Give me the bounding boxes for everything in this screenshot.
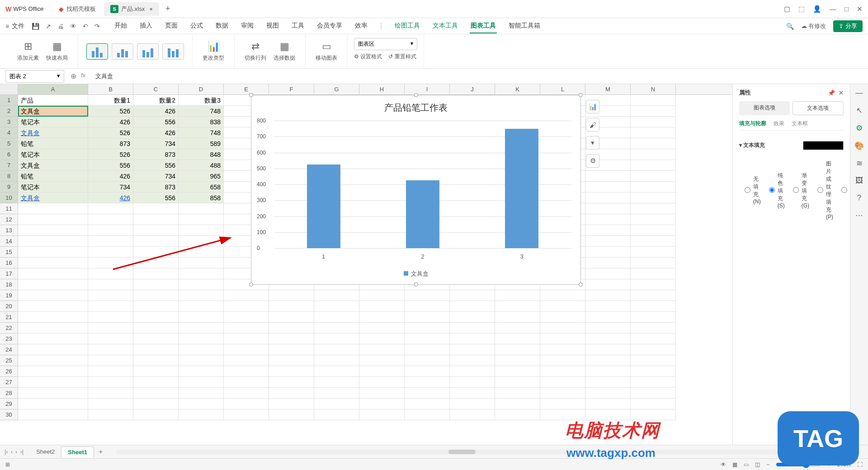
cell[interactable]	[88, 312, 133, 323]
col-header[interactable]: L	[540, 84, 585, 94]
cell[interactable]	[585, 214, 631, 225]
cell[interactable]	[631, 95, 676, 106]
cell[interactable]	[631, 258, 676, 268]
cell[interactable]	[88, 334, 133, 344]
move-chart-button[interactable]: ▭移动图表	[312, 39, 341, 64]
cell[interactable]: 数量1	[88, 95, 133, 106]
row-header[interactable]: 9	[0, 182, 18, 193]
chart-bar[interactable]	[505, 129, 538, 248]
cell[interactable]	[495, 290, 540, 301]
cell[interactable]	[585, 225, 631, 236]
sheet-last-icon[interactable]: ›|	[20, 448, 24, 455]
avatar-icon[interactable]: 👤	[813, 5, 821, 13]
row-header[interactable]: 20	[0, 301, 18, 312]
cell[interactable]	[133, 290, 179, 301]
cell[interactable]: 734	[133, 171, 179, 182]
fullscreen-icon[interactable]: ⛶	[857, 461, 863, 468]
cell[interactable]: 965	[179, 171, 224, 182]
menu-tab[interactable]: 视图	[265, 19, 280, 33]
cell[interactable]	[88, 268, 133, 279]
panel-icon[interactable]: ▢	[784, 5, 790, 13]
subtab-textbox[interactable]: 文本框	[792, 120, 808, 127]
cell[interactable]: 589	[179, 138, 224, 149]
cell[interactable]	[269, 344, 314, 355]
cell[interactable]	[631, 182, 676, 193]
cell[interactable]	[133, 366, 179, 377]
cell[interactable]	[88, 366, 133, 377]
cell[interactable]: 748	[179, 106, 224, 117]
undo-icon[interactable]: ↶	[83, 23, 88, 30]
sheet-prev-icon[interactable]: ‹	[11, 448, 13, 455]
cell[interactable]	[450, 355, 495, 366]
cell[interactable]	[359, 323, 405, 334]
cell[interactable]	[314, 409, 359, 420]
row-header[interactable]: 3	[0, 117, 18, 127]
name-box[interactable]: 图表 2▾	[5, 70, 64, 83]
col-header[interactable]: I	[405, 84, 450, 94]
col-header[interactable]: N	[631, 84, 676, 94]
cell[interactable]	[133, 301, 179, 312]
tab-file-active[interactable]: S 产品.xlsx ●	[104, 2, 159, 16]
cell[interactable]	[631, 323, 676, 334]
cell[interactable]: 526	[88, 106, 133, 117]
chart-elements-button[interactable]: 📊	[586, 100, 599, 113]
col-header[interactable]: G	[314, 84, 359, 94]
cell[interactable]	[179, 247, 224, 258]
tab-add-button[interactable]: +	[161, 2, 175, 15]
cell[interactable]	[405, 323, 450, 334]
cell[interactable]: 铅笔	[18, 171, 88, 182]
cell[interactable]	[631, 171, 676, 182]
cell[interactable]	[585, 258, 631, 268]
resize-handle[interactable]	[249, 282, 253, 287]
menu-tool-tab[interactable]: 绘图工具	[394, 19, 421, 33]
resize-handle[interactable]	[414, 282, 418, 287]
cell[interactable]	[450, 344, 495, 355]
cell[interactable]	[314, 334, 359, 344]
cell[interactable]	[631, 214, 676, 225]
chart-settings-button[interactable]: ⚙	[586, 154, 599, 168]
cell[interactable]	[314, 355, 359, 366]
cell[interactable]	[585, 377, 631, 388]
settings-tool-icon[interactable]: ⚙	[856, 123, 863, 133]
cell[interactable]	[224, 399, 269, 409]
cell[interactable]	[314, 290, 359, 301]
cell[interactable]	[179, 268, 224, 279]
cell[interactable]	[179, 236, 224, 247]
cell[interactable]	[631, 193, 676, 203]
share-button[interactable]: ⇪ 分享	[833, 20, 863, 32]
cell[interactable]	[133, 409, 179, 420]
cell[interactable]	[585, 388, 631, 399]
cell[interactable]	[133, 279, 179, 290]
cell[interactable]	[631, 279, 676, 290]
cell[interactable]: 数量3	[179, 95, 224, 106]
cell[interactable]	[585, 236, 631, 247]
cell[interactable]	[585, 203, 631, 214]
row-header[interactable]: 6	[0, 149, 18, 160]
chart-filter-button[interactable]: ▾	[586, 136, 599, 150]
add-element-button[interactable]: ⊞添加元素	[14, 39, 42, 64]
cell[interactable]: 产品	[18, 95, 88, 106]
resize-handle[interactable]	[414, 93, 418, 97]
col-header[interactable]: C	[133, 84, 179, 94]
cell[interactable]	[540, 334, 585, 344]
cell[interactable]: 笔记本	[18, 149, 88, 160]
cell[interactable]	[540, 290, 585, 301]
cell[interactable]	[88, 388, 133, 399]
cell[interactable]: 文具盒	[18, 106, 88, 117]
cell[interactable]	[133, 323, 179, 334]
cell[interactable]	[88, 225, 133, 236]
row-header[interactable]: 5	[0, 138, 18, 149]
cell[interactable]: 文具盒	[18, 160, 88, 171]
cell[interactable]	[18, 214, 88, 225]
cell[interactable]	[224, 377, 269, 388]
cell[interactable]	[269, 323, 314, 334]
cell[interactable]	[314, 312, 359, 323]
cell[interactable]	[88, 247, 133, 258]
cell[interactable]	[631, 301, 676, 312]
cell[interactable]	[450, 312, 495, 323]
cell[interactable]	[314, 366, 359, 377]
cell[interactable]	[88, 409, 133, 420]
cell[interactable]	[585, 182, 631, 193]
style-tool-icon[interactable]: 🎨	[854, 141, 864, 150]
cell[interactable]	[133, 377, 179, 388]
